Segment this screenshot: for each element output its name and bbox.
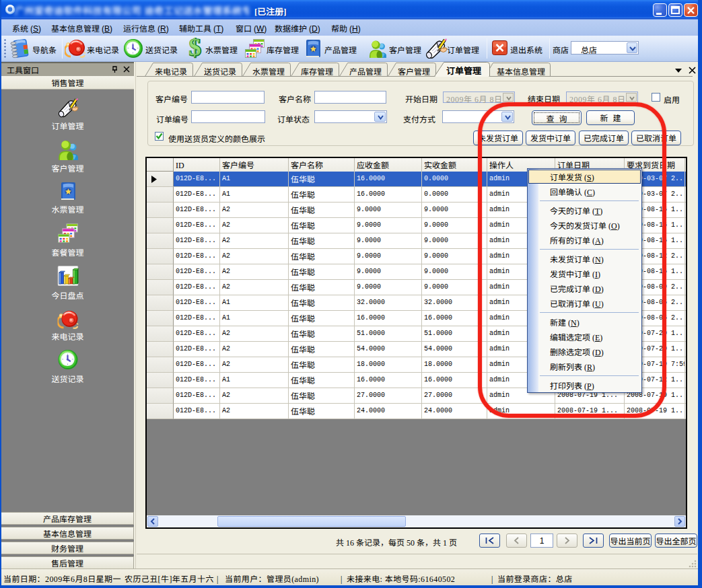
svg-text:$: $ bbox=[188, 38, 201, 59]
